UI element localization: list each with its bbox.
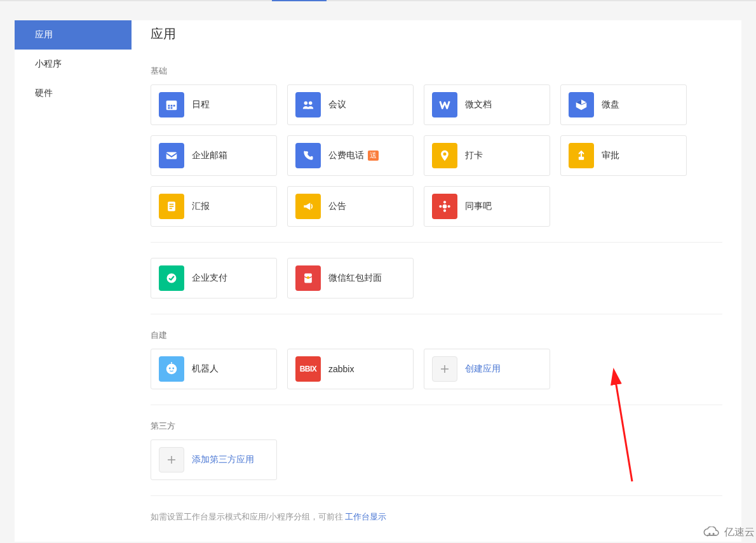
doc-icon	[432, 92, 457, 117]
payment-apps-grid: 企业支付 微信红包封面	[151, 258, 722, 298]
watermark: 亿速云	[703, 526, 755, 539]
section-title-thirdparty: 第三方	[151, 420, 722, 432]
main-content: 应用 基础 日程 会议	[132, 20, 741, 542]
app-label: 打卡	[465, 150, 483, 161]
svg-point-24	[169, 368, 171, 370]
app-label: 公费电话 送	[328, 150, 379, 161]
create-app-button[interactable]: 创建应用	[424, 349, 550, 389]
robot-icon	[159, 356, 184, 382]
svg-rect-15	[170, 208, 172, 210]
divider	[151, 405, 722, 405]
svg-rect-6	[171, 107, 173, 109]
app-meeting[interactable]: 会议	[287, 84, 414, 125]
zabbix-icon: BBIX	[295, 356, 321, 382]
app-label: 企业支付	[192, 272, 227, 284]
svg-point-17	[443, 201, 446, 203]
footer-link[interactable]: 工作台显示	[345, 512, 386, 521]
app-label: 日程	[192, 99, 210, 111]
report-icon	[159, 194, 184, 219]
sidebar-item-label: 应用	[35, 29, 53, 39]
app-calendar[interactable]: 日程	[151, 84, 277, 125]
app-checkin[interactable]: 打卡	[424, 135, 550, 176]
app-label: 微文档	[465, 99, 492, 111]
svg-point-8	[309, 102, 313, 105]
app-approval[interactable]: 审批	[560, 135, 687, 176]
section-title-basic: 基础	[151, 65, 722, 77]
svg-rect-4	[173, 105, 175, 107]
approval-icon	[569, 143, 594, 168]
phone-icon	[295, 143, 321, 168]
plus-icon	[432, 356, 457, 382]
svg-point-22	[307, 276, 309, 279]
app-phone[interactable]: 公费电话 送	[287, 135, 414, 176]
svg-point-18	[443, 210, 446, 212]
app-label: 审批	[602, 150, 619, 161]
svg-rect-14	[170, 206, 174, 207]
svg-point-27	[171, 362, 172, 363]
sidebar-item-label: 小程序	[35, 58, 62, 69]
checkin-icon	[432, 143, 457, 168]
top-nav-divider	[0, 0, 756, 1]
svg-rect-5	[168, 107, 170, 109]
svg-rect-2	[168, 105, 170, 107]
app-robot[interactable]: 机器人	[151, 349, 277, 389]
app-mail[interactable]: 企业邮箱	[151, 135, 277, 176]
phone-badge: 送	[368, 151, 379, 160]
sidebar-item-hardware[interactable]: 硬件	[15, 79, 132, 108]
svg-point-19	[439, 205, 442, 208]
svg-rect-9	[166, 152, 177, 159]
app-label: 汇报	[192, 201, 210, 212]
app-label: zabbix	[328, 364, 354, 374]
divider	[151, 314, 722, 314]
svg-point-23	[166, 364, 177, 375]
app-redpacket[interactable]: 微信红包封面	[287, 258, 414, 298]
app-label: 创建应用	[465, 363, 501, 375]
thirdparty-apps-grid: 添加第三方应用	[151, 439, 722, 480]
svg-point-7	[304, 102, 308, 105]
basic-apps-grid: 日程 会议 微文档	[151, 84, 722, 227]
add-thirdparty-button[interactable]: 添加第三方应用	[151, 439, 277, 480]
app-label: 企业邮箱	[192, 150, 227, 161]
svg-point-16	[443, 204, 447, 209]
drive-icon	[569, 92, 594, 117]
svg-point-20	[448, 205, 450, 208]
app-payment[interactable]: 企业支付	[151, 258, 277, 298]
section-title-custom: 自建	[151, 330, 722, 341]
sidebar: 应用 小程序 硬件	[15, 20, 132, 542]
app-label: 同事吧	[465, 201, 492, 212]
svg-point-33	[708, 533, 710, 535]
app-zabbix[interactable]: BBIX zabbix	[287, 349, 414, 389]
sidebar-item-apps[interactable]: 应用	[15, 20, 132, 50]
sidebar-item-label: 硬件	[35, 88, 53, 98]
app-label: 会议	[328, 99, 346, 111]
sidebar-item-miniprogram[interactable]: 小程序	[15, 50, 132, 79]
app-announce[interactable]: 公告	[287, 186, 414, 227]
app-report[interactable]: 汇报	[151, 186, 277, 227]
svg-point-10	[443, 152, 447, 156]
app-label: 公告	[328, 201, 346, 212]
app-label: 机器人	[192, 363, 219, 375]
app-doc[interactable]: 微文档	[424, 84, 550, 125]
page-title: 应用	[151, 25, 722, 43]
top-nav-active-indicator	[272, 0, 327, 1]
divider	[151, 495, 722, 496]
app-label: 微盘	[602, 99, 619, 111]
plus-icon	[159, 447, 184, 473]
svg-rect-1	[166, 101, 177, 104]
app-label: 微信红包封面	[328, 272, 382, 284]
colleague-icon	[432, 194, 457, 219]
redpacket-icon	[295, 265, 321, 291]
payment-icon	[159, 265, 184, 291]
footer-note: 如需设置工作台显示模式和应用/小程序分组，可前往 工作台显示	[151, 511, 722, 523]
app-colleague[interactable]: 同事吧	[424, 186, 550, 227]
meeting-icon	[295, 92, 321, 117]
mail-icon	[159, 143, 184, 168]
custom-apps-grid: 机器人 BBIX zabbix 创建应用	[151, 349, 722, 389]
svg-point-25	[172, 368, 174, 370]
app-drive[interactable]: 微盘	[560, 84, 687, 125]
calendar-icon	[159, 92, 184, 117]
svg-rect-13	[170, 204, 174, 205]
svg-point-34	[713, 533, 715, 535]
svg-rect-3	[171, 105, 173, 107]
announce-icon	[295, 194, 321, 219]
